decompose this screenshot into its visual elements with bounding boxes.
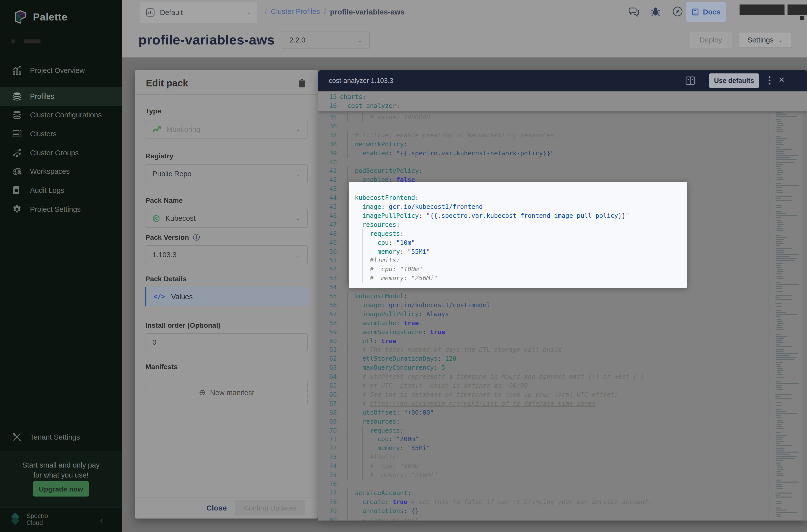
chevron-down-icon: ⌄ (778, 37, 783, 43)
code-line-16: 16 cost-analyzer: (318, 101, 788, 110)
gear-icon (12, 204, 22, 214)
delete-pack-button[interactable] (298, 78, 306, 88)
breadcrumb-cluster-profiles[interactable]: Cluster Profiles (271, 7, 320, 16)
sidebar-item-project-overview[interactable]: Project Overview (0, 61, 122, 80)
upgrade-now-button[interactable]: Upgrade now (33, 481, 89, 496)
pack-details-values-item[interactable]: </> Values (145, 287, 308, 306)
sidebar-item-label: Cluster Groups (30, 149, 79, 157)
pack-name-select[interactable]: Kubecost ⌄ (145, 209, 308, 228)
new-manifest-label: New manifest (210, 388, 254, 396)
sidebar-item-label: Cluster Configurations (30, 111, 102, 119)
deploy-button[interactable]: Deploy (690, 32, 732, 48)
pack-version-select[interactable]: 1.103.3 ⌄ (145, 245, 308, 264)
sidebar-item-label: Audit Logs (30, 186, 64, 194)
edit-pack-title: Edit pack (146, 78, 188, 89)
page-title: profile-variables-aws (138, 33, 275, 48)
docs-button[interactable]: Docs (686, 2, 726, 22)
sidebar-item-cluster-configurations[interactable]: Cluster Configurations (0, 106, 122, 125)
editor-scrollbar[interactable] (803, 91, 807, 520)
book-icon (692, 8, 699, 16)
close-button[interactable]: Close (206, 504, 227, 512)
values-label: Values (171, 292, 193, 301)
close-icon[interactable]: ✕ (778, 75, 785, 84)
upsell-text-line2: for what you use! (34, 471, 89, 479)
install-order-value: 0 (152, 338, 156, 346)
code-line-74: 74 # cpu: "800m" (318, 461, 788, 471)
code-line-46: 46 imagePullPolicy: "{{.spectro.var.kube… (318, 211, 788, 220)
code-line-68: 68 utcOffset: "+00:00" (318, 408, 788, 417)
sidebar-item-workspaces[interactable]: Workspaces (0, 162, 122, 181)
code-line-51: 51 #limits: (318, 256, 788, 265)
divider (135, 497, 318, 498)
code-line-35: 35 # value: 1000000 (318, 113, 788, 122)
registry-select[interactable]: Public Repo ⌄ (145, 164, 308, 183)
brand-line2: Cloud (26, 519, 43, 527)
code-line-36: 36 (318, 122, 788, 131)
type-label: Type (145, 107, 161, 115)
chat-icon[interactable] (628, 6, 640, 17)
sidebar-item-cluster-groups[interactable]: Cluster Groups (0, 144, 122, 162)
registry-value: Public Repo (152, 170, 191, 178)
layers-icon (12, 110, 22, 120)
code-line-70: 70 requests: (318, 426, 788, 435)
code-line-58: 58 warmCache: true (318, 319, 788, 327)
sidebar-item-label: Clusters (30, 130, 56, 138)
code-line-47: 47 resources: (318, 220, 788, 229)
kebab-menu-icon[interactable] (769, 76, 771, 85)
palette-app: Palette Project OverviewProfilesCluster … (0, 0, 807, 532)
code-icon: </> (153, 293, 165, 300)
settings-button[interactable]: Settings ⌄ (738, 32, 792, 48)
install-order-input[interactable]: 0 (145, 333, 308, 351)
bar-chart-icon (12, 65, 22, 75)
confirm-updates-button[interactable]: Confirm Updates (235, 500, 305, 515)
redacted-block (24, 39, 40, 43)
use-defaults-button[interactable]: Use defaults (709, 73, 759, 88)
tools-icon (12, 432, 22, 442)
brand-line1: Spectro (26, 513, 48, 519)
upsell-box: Start small and only pay for what you us… (0, 451, 122, 507)
divider (145, 376, 308, 376)
new-manifest-button[interactable]: ⊕ New manifest (145, 381, 308, 404)
sidebar-item-clusters[interactable]: Clusters (0, 125, 122, 144)
kubecost-icon (152, 214, 160, 222)
code-line-77: 77 serviceAccount: (318, 489, 788, 497)
code-line-44: 44 kubecostFrontend: (318, 193, 788, 202)
code-line-40: 40 (318, 158, 788, 167)
code-line-50: 50 memory: "55Mi" (318, 247, 788, 256)
divider (135, 94, 318, 95)
code-line-57: 57 imagePullPolicy: Always (318, 310, 788, 319)
sidebar-item-profiles[interactable]: Profiles (0, 87, 122, 106)
sidebar-item-tenant-settings[interactable]: Tenant Settings (0, 428, 122, 446)
breadcrumb-current: profile-variables-aws (330, 7, 405, 16)
project-selector[interactable]: Default ⌄ (140, 2, 257, 23)
code-line-15: 15charts: (318, 92, 788, 101)
type-select[interactable]: Monitoring ⌄ (145, 120, 308, 139)
code-line-63: 63 maxQueryConcurrency: 5 (318, 363, 788, 372)
sidebar-item-label: Profiles (30, 92, 54, 100)
bug-icon[interactable] (650, 6, 661, 17)
sidebar-collapse-chevron[interactable]: ‹ (100, 515, 103, 526)
version-select[interactable]: 2.2.0 ⌄ (282, 31, 370, 49)
plus-icon: ⊕ (199, 388, 206, 397)
pack-version-value: 1.103.3 (152, 251, 177, 259)
chevron-down-icon: ⌄ (247, 9, 251, 16)
pack-name-value: Kubecost (165, 214, 195, 222)
code-line-45: 45 image: gcr.io/kubecost1/frontend (318, 202, 788, 211)
breadcrumb: / Cluster Profiles / profile-variables-a… (265, 5, 405, 18)
sidebar-item-audit-logs[interactable]: Audit Logs (0, 181, 122, 200)
settings-label: Settings (747, 36, 773, 44)
palette-logo[interactable]: Palette (14, 10, 68, 24)
info-icon: ⓘ (193, 233, 200, 241)
redacted-user (739, 4, 785, 15)
diff-icon[interactable] (686, 76, 695, 85)
yaml-editor[interactable]: 15charts:16 cost-analyzer: 35 # value: 1… (318, 91, 807, 520)
help-compass-icon[interactable] (672, 6, 683, 17)
pack-values-dialog: cost-analyzer 1.103.3 Use defaults ✕ 15c… (318, 70, 807, 520)
code-line-60: 60 etl: true (318, 337, 788, 345)
code-line-64: 64 # utcOffset represents a timezone in … (318, 372, 788, 381)
chevron-down-icon: ⌄ (296, 251, 300, 258)
sidebar-item-project-settings[interactable]: Project Settings (0, 200, 122, 219)
project-icon (146, 8, 155, 17)
code-line-78: 78 create: true # Set this to false if y… (318, 497, 788, 506)
code-line-79: 79 annotations: {} (318, 506, 788, 515)
